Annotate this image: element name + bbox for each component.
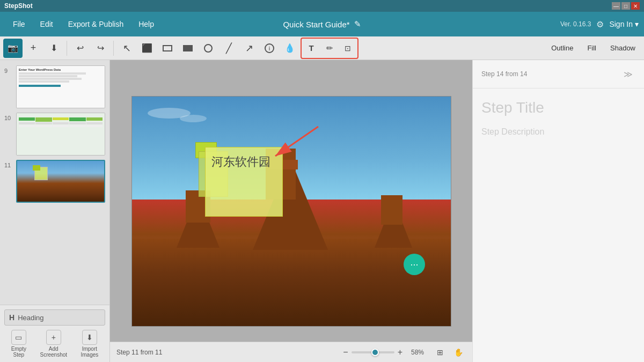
dropper-icon: 💧 xyxy=(284,43,295,53)
step-info-label: Step 11 from 11 xyxy=(116,349,162,356)
bottom-actions: ▭ EmptyStep + AddScreenshot ⬇ ImportImag… xyxy=(4,330,105,358)
empty-step-label: EmptyStep xyxy=(11,346,26,358)
import-images-label: ImportImages xyxy=(80,346,98,358)
app-logo: StepShot xyxy=(4,2,33,10)
canvas-image: 河东软件园 ··· xyxy=(131,96,451,327)
pen-icon: ✏ xyxy=(326,43,333,53)
line-button[interactable]: ╱ xyxy=(219,39,238,58)
settings-icon[interactable]: ⚙ xyxy=(596,19,604,29)
screenshot-button[interactable]: 📷 xyxy=(3,39,23,58)
toolbar-right: Outline Fill Shadow xyxy=(546,42,641,54)
filmstrip-item-11[interactable]: 11 xyxy=(4,160,105,203)
menu-file[interactable]: File xyxy=(5,16,33,33)
step-description-placeholder[interactable]: Step Description xyxy=(481,127,635,137)
pen-tool-button[interactable]: ✏ xyxy=(321,40,338,57)
undo-button[interactable]: ↩ xyxy=(70,39,90,58)
outline-button[interactable]: Outline xyxy=(546,42,579,54)
zoom-slider-thumb xyxy=(371,349,379,356)
circle-icon xyxy=(204,44,213,53)
svg-line-1 xyxy=(275,127,318,156)
dropper-button[interactable]: 💧 xyxy=(280,39,299,58)
zoom-plus-button[interactable]: + xyxy=(398,348,402,357)
right-nav-forward-button[interactable]: ≫ xyxy=(620,67,635,82)
filmstrip-item-9[interactable]: 9 Enter Your WordPress Data xyxy=(4,65,105,108)
item-number-10: 10 xyxy=(4,115,13,121)
thumb-11 xyxy=(16,160,105,203)
filmstrip-bottom: H Heading ▭ EmptyStep + AddScreenshot ⬇ … xyxy=(0,305,109,362)
import-images-action[interactable]: ⬇ ImportImages xyxy=(80,330,98,358)
undo-icon: ↩ xyxy=(77,43,84,53)
menu-export-publish[interactable]: Export & Publish xyxy=(61,16,131,33)
thumb-10 xyxy=(16,113,105,156)
item-number-9: 9 xyxy=(4,68,13,74)
filmstrip-panel: 9 Enter Your WordPress Data xyxy=(0,60,110,362)
empty-step-action[interactable]: ▭ EmptyStep xyxy=(11,330,26,358)
screenshot-icon: 📷 xyxy=(8,43,18,53)
minimize-button[interactable]: — xyxy=(612,2,620,10)
sign-in-button[interactable]: Sign In ▾ xyxy=(609,20,639,28)
version-label: Ver. 0.16.3 xyxy=(560,20,591,28)
arrow-icon: ↗ xyxy=(245,42,253,54)
menu-bar: File Edit Export & Publish Help Quick St… xyxy=(0,12,644,36)
canvas-area: 河东软件园 ··· Step 11 from 11 − xyxy=(110,60,472,362)
edit-doc-icon[interactable]: ✎ xyxy=(354,19,361,29)
right-panel: Step 14 from 14 ≫ Step Title Step Descri… xyxy=(472,60,644,362)
line-icon: ╱ xyxy=(226,42,232,54)
crop-icon: ⊡ xyxy=(345,44,351,53)
import-images-icon: ⬇ xyxy=(82,330,97,345)
rect-filled-button[interactable] xyxy=(178,39,197,58)
highlight-icon: ⬛ xyxy=(142,43,152,53)
fill-button[interactable]: Fill xyxy=(582,42,602,54)
doc-title: Quick Start Guide* xyxy=(283,20,349,29)
save-button[interactable]: ⬇ xyxy=(44,39,63,58)
heading-bar[interactable]: H Heading xyxy=(4,309,105,326)
right-panel-header: Step 14 from 14 ≫ xyxy=(473,60,644,88)
text-tool-button[interactable]: T xyxy=(303,40,320,57)
title-bar: StepShot — □ ✕ xyxy=(0,0,644,12)
shadow-button[interactable]: Shadow xyxy=(605,42,641,54)
arrow-button[interactable]: ↗ xyxy=(239,39,259,58)
zoom-minus-button[interactable]: − xyxy=(343,348,348,357)
menu-bar-right: Ver. 0.16.3 ⚙ Sign In ▾ xyxy=(560,19,639,29)
redo-button[interactable]: ↪ xyxy=(91,39,110,58)
add-screenshot-action[interactable]: + AddScreenshot xyxy=(40,330,67,358)
separator-1 xyxy=(67,41,67,56)
ground-layer xyxy=(132,239,451,326)
close-button[interactable]: ✕ xyxy=(631,2,640,10)
circle-button[interactable] xyxy=(199,39,218,58)
separator-2 xyxy=(113,41,114,56)
window-controls: — □ ✕ xyxy=(612,2,640,10)
rect-outline-icon xyxy=(163,45,172,51)
empty-step-icon: ▭ xyxy=(11,330,26,345)
main-content: 9 Enter Your WordPress Data xyxy=(0,60,644,362)
add-screenshot-icon: + xyxy=(46,330,61,345)
select-icon: ↖ xyxy=(123,42,131,54)
menu-help[interactable]: Help xyxy=(131,16,162,33)
heading-label: Heading xyxy=(18,314,43,322)
text-icon: T xyxy=(309,43,313,53)
highlight-button[interactable]: ⬛ xyxy=(137,39,157,58)
rect-filled-icon xyxy=(183,45,193,51)
toolbar: 📷 + ⬇ ↩ ↪ ↖ ⬛ ╱ ↗ i 💧 T xyxy=(0,36,644,60)
hand-icon: ✋ xyxy=(454,348,463,357)
rect-outline-button[interactable] xyxy=(158,39,177,58)
step-title-placeholder[interactable]: Step Title xyxy=(481,99,635,116)
crop-tool-button[interactable]: ⊡ xyxy=(339,40,356,57)
menu-edit[interactable]: Edit xyxy=(33,16,61,33)
thumb-9: Enter Your WordPress Data xyxy=(16,65,105,108)
text-tools-group: T ✏ ⊡ xyxy=(301,38,358,59)
info-button[interactable]: i xyxy=(260,39,279,58)
fit-view-button[interactable]: ⊞ xyxy=(433,345,448,360)
select-tool-button[interactable]: ↖ xyxy=(117,39,136,58)
filmstrip-item-10[interactable]: 10 xyxy=(4,113,105,156)
filmstrip-items: 9 Enter Your WordPress Data xyxy=(0,60,109,305)
right-panel-body: Step Title Step Description xyxy=(473,88,644,362)
save-icon: ⬇ xyxy=(50,43,57,53)
zoom-value-label: 58% xyxy=(408,349,427,356)
maximize-button[interactable]: □ xyxy=(621,2,630,10)
info-icon: i xyxy=(265,43,274,53)
heading-icon: H xyxy=(9,313,14,322)
pan-button[interactable]: ✋ xyxy=(451,345,466,360)
zoom-slider[interactable] xyxy=(352,351,394,353)
add-step-button[interactable]: + xyxy=(24,39,43,58)
